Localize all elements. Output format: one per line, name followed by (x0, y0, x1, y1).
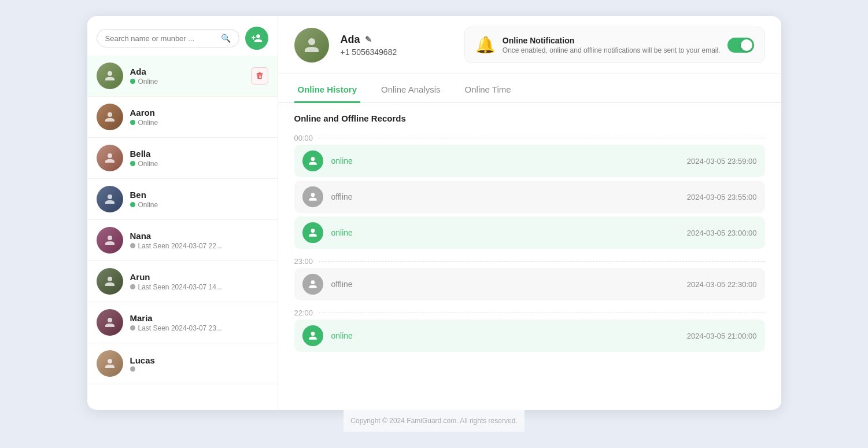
svg-point-8 (308, 38, 315, 45)
edit-icon[interactable]: ✎ (365, 35, 372, 44)
main-header: Ada ✎ +1 5056349682 🔔 Online Notificatio… (278, 16, 781, 74)
search-input[interactable] (105, 34, 216, 43)
record-label-offline-2: offline (331, 280, 353, 289)
table-row: online 2024-03-05 21:00:00 (294, 320, 765, 352)
tab-online-history[interactable]: Online History (294, 76, 361, 103)
avatar-aaron (97, 104, 123, 130)
notification-toggle[interactable] (727, 38, 754, 53)
svg-point-6 (108, 318, 112, 322)
record-time-4: 2024-03-05 22:30:00 (687, 280, 757, 289)
contact-item-ben[interactable]: Ben Online (87, 179, 278, 220)
svg-point-12 (311, 280, 315, 284)
contact-item-nana[interactable]: Nana Last Seen 2024-03-07 22... (87, 220, 278, 261)
status-text-arun: Last Seen 2024-03-07 14... (138, 283, 222, 291)
offline-icon-2 (302, 274, 323, 295)
contact-status-ada: Online (130, 78, 244, 86)
status-dot-nana (130, 243, 135, 248)
notification-text: Online Notification Once enabled, online… (503, 36, 721, 54)
time-label-middle: 23:00 (294, 252, 765, 268)
contact-name-bella: Bella (130, 149, 268, 159)
table-row: offline 2024-03-05 23:55:00 (294, 181, 765, 213)
contact-item-aaron[interactable]: Aaron Online (87, 97, 278, 138)
add-contact-button[interactable] (245, 27, 268, 50)
footer: Copyright © 2024 FamiGuard.com. All righ… (343, 410, 524, 432)
profile-phone: +1 5056349682 (341, 47, 453, 57)
status-dot-bella (130, 161, 135, 166)
timeline-section: 00:00 online 2024-03-05 23:59:00 offline… (294, 129, 765, 355)
record-time-3: 2024-03-05 23:00:00 (687, 229, 757, 237)
delete-contact-button[interactable] (251, 67, 268, 85)
svg-point-4 (108, 236, 112, 240)
contact-item-lucas[interactable]: Lucas (87, 343, 278, 384)
profile-name: Ada ✎ (341, 34, 453, 46)
avatar-ben (97, 186, 123, 212)
contact-info-nana: Nana Last Seen 2024-03-07 22... (130, 231, 268, 250)
avatar-ada (97, 63, 123, 89)
tabs: Online History Online Analysis Online Ti… (278, 76, 781, 103)
tab-online-analysis[interactable]: Online Analysis (378, 76, 444, 103)
sidebar: 🔍 Ada Online (87, 16, 278, 410)
bell-icon: 🔔 (475, 35, 496, 54)
contact-info-ben: Ben Online (130, 190, 268, 209)
status-text-ada: Online (138, 78, 158, 86)
notification-card: 🔔 Online Notification Once enabled, onli… (464, 27, 765, 63)
avatar-bella (97, 145, 123, 171)
avatar-nana (97, 227, 123, 254)
record-label-online-1: online (331, 156, 353, 166)
status-dot-ada (130, 79, 135, 84)
svg-point-2 (108, 153, 112, 158)
record-label-online-2: online (331, 228, 353, 237)
record-time-2: 2024-03-05 23:55:00 (687, 193, 757, 201)
svg-point-10 (311, 193, 315, 197)
online-icon-3 (302, 325, 323, 346)
search-icon: 🔍 (221, 34, 231, 43)
svg-point-11 (311, 229, 315, 233)
status-dot-aaron (130, 120, 135, 125)
contact-name-nana: Nana (130, 231, 268, 241)
svg-point-9 (311, 157, 315, 161)
status-dot-arun (130, 284, 135, 289)
profile-avatar (294, 28, 329, 63)
contact-item-ada[interactable]: Ada Online (87, 56, 278, 97)
table-row: online 2024-03-05 23:00:00 (294, 216, 765, 249)
record-label-online-3: online (331, 331, 353, 340)
status-text-maria: Last Seen 2024-03-07 23... (138, 324, 222, 332)
status-text-bella: Online (138, 160, 158, 168)
contact-name-aaron: Aaron (130, 108, 268, 117)
offline-icon-1 (302, 186, 323, 207)
search-box[interactable]: 🔍 (97, 29, 239, 47)
status-dot-ben (130, 202, 135, 207)
svg-point-7 (108, 359, 112, 363)
contact-list: Ada Online Aaron (87, 56, 278, 410)
contact-status-ben: Online (130, 201, 268, 209)
status-text-nana: Last Seen 2024-03-07 22... (138, 242, 222, 250)
online-icon-2 (302, 222, 323, 243)
avatar-arun (97, 268, 123, 295)
table-row: offline 2024-03-05 22:30:00 (294, 268, 765, 300)
contact-name-maria: Maria (130, 313, 268, 323)
tab-online-time[interactable]: Online Time (461, 76, 515, 103)
avatar-maria (97, 309, 123, 336)
contact-item-bella[interactable]: Bella Online (87, 138, 278, 179)
svg-point-3 (108, 194, 112, 199)
contact-status-bella: Online (130, 160, 268, 168)
profile-info: Ada ✎ +1 5056349682 (341, 34, 453, 57)
contact-info-aaron: Aaron Online (130, 108, 268, 127)
contact-name-ada: Ada (130, 67, 244, 76)
sidebar-search: 🔍 (87, 16, 278, 56)
record-time-5: 2024-03-05 21:00:00 (687, 332, 757, 340)
record-time-1: 2024-03-05 23:59:00 (687, 157, 757, 166)
svg-point-5 (108, 277, 112, 281)
contact-info-bella: Bella Online (130, 149, 268, 168)
svg-point-0 (108, 71, 112, 76)
main-content: Ada ✎ +1 5056349682 🔔 Online Notificatio… (278, 16, 781, 410)
status-text-aaron: Online (138, 119, 158, 127)
contact-status-aaron: Online (130, 119, 268, 127)
contact-status-nana: Last Seen 2024-03-07 22... (130, 242, 268, 250)
contact-info-lucas: Lucas (130, 355, 268, 372)
record-label-offline-1: offline (331, 192, 353, 201)
contact-item-arun[interactable]: Arun Last Seen 2024-03-07 14... (87, 261, 278, 302)
app-container: 🔍 Ada Online (87, 16, 781, 410)
contact-item-maria[interactable]: Maria Last Seen 2024-03-07 23... (87, 302, 278, 343)
profile-name-text: Ada (341, 34, 360, 46)
